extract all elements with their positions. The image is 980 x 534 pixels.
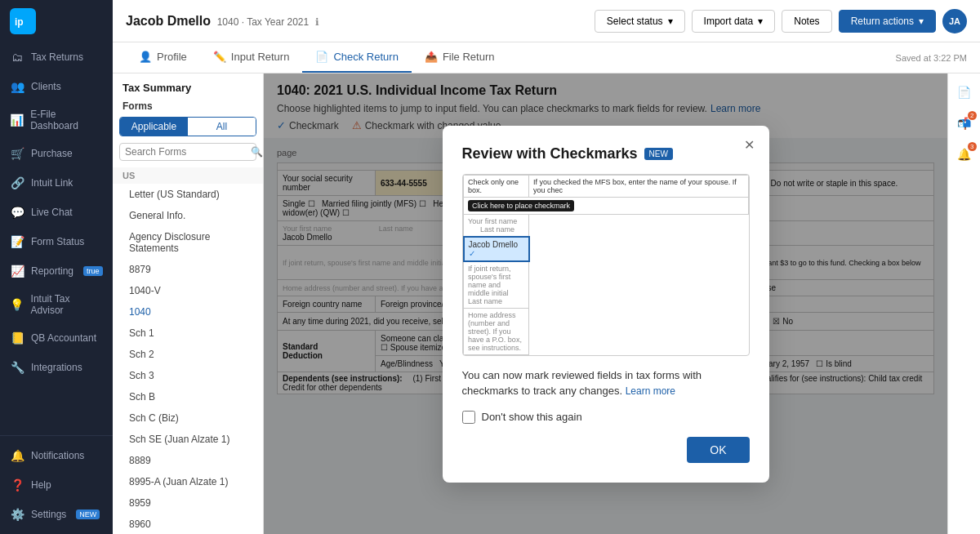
tab-label: Input Return <box>231 51 290 63</box>
form-item-general-info[interactable]: General Info. <box>113 205 263 226</box>
forms-panel: Tax Summary Forms Applicable All 🔍 US <box>113 73 264 534</box>
right-icon-mail[interactable]: 📬 2 <box>952 111 977 136</box>
form-item-label: Letter (US Standard) <box>129 189 220 200</box>
search-forms-input[interactable] <box>125 146 247 158</box>
select-status-button[interactable]: Select status ▾ <box>595 10 685 33</box>
chevron-down-icon: ▾ <box>919 16 924 27</box>
modal-close-button[interactable]: ✕ <box>740 136 760 155</box>
sidebar: ip 🗂 Tax Returns 👥 Clients 📊 E-File Dash… <box>0 0 113 534</box>
form-item-label: Sch B <box>129 391 155 403</box>
table-row: Jacob Dmello ✓ <box>464 237 749 261</box>
form-item-sch1[interactable]: Sch 1 <box>113 323 263 344</box>
sidebar-item-help[interactable]: ❓ Help <box>0 470 113 500</box>
joint-label-cell: If joint return, spouse's first name and… <box>464 261 529 309</box>
input-return-tab-icon: ✏️ <box>213 51 226 63</box>
form-item-schb[interactable]: Sch B <box>113 386 263 407</box>
table-row: Check only one box. If you checked the M… <box>464 175 749 197</box>
reporting-icon: 📈 <box>10 264 24 278</box>
tab-check-return[interactable]: 📄 Check Return <box>302 42 411 73</box>
sidebar-item-form-status[interactable]: 📝 Form Status <box>0 227 113 256</box>
sidebar-item-live-chat[interactable]: 💬 Live Chat <box>0 198 113 227</box>
qb-icon: 📒 <box>10 331 24 345</box>
notes-button[interactable]: Notes <box>782 10 831 33</box>
info-icon: ℹ <box>315 16 319 28</box>
dont-show-again-label[interactable]: Don't show this again <box>482 411 582 423</box>
modal-footer: OK <box>462 437 750 463</box>
sidebar-item-label: Clients <box>31 81 61 92</box>
tax-advisor-icon: 💡 <box>10 297 24 312</box>
sidebar-item-label: Reporting <box>31 265 74 277</box>
tooltip-cell: Click here to place checkmark <box>464 197 749 214</box>
right-icon-document[interactable]: 📄 <box>952 80 977 105</box>
sidebar-item-efile[interactable]: 📊 E-File Dashboard <box>0 101 113 139</box>
form-item-letter[interactable]: Letter (US Standard) <box>113 184 263 205</box>
preview-cell: If you checked the MFS box, enter the na… <box>529 175 749 197</box>
form-item-sch3[interactable]: Sch 3 <box>113 365 263 386</box>
tab-profile[interactable]: 👤 Profile <box>126 42 200 73</box>
dont-show-again-row: Don't show this again <box>462 411 750 424</box>
search-forms-box[interactable]: 🔍 <box>119 143 256 161</box>
dont-show-again-checkbox[interactable] <box>462 411 475 424</box>
sidebar-item-tax-advisor[interactable]: 💡 Intuit Tax Advisor <box>0 286 113 323</box>
import-data-button[interactable]: Import data ▾ <box>692 10 776 33</box>
modal-ok-button[interactable]: OK <box>687 437 749 463</box>
form-preview: Check only one box. If you checked the M… <box>462 174 750 356</box>
settings-new-badge: NEW <box>76 510 100 519</box>
forms-tab-applicable[interactable]: Applicable <box>120 118 188 136</box>
form-item-1040v[interactable]: 1040-V <box>113 280 263 301</box>
return-actions-button[interactable]: Return actions ▾ <box>839 10 936 33</box>
form-item-8879[interactable]: 8879 <box>113 259 263 280</box>
joint-last-label: Last name <box>468 297 502 305</box>
file-return-tab-icon: 📤 <box>425 51 438 63</box>
tax-year: 1040 · Tax Year 2021 <box>217 16 310 28</box>
form-item-8995a[interactable]: 8995-A (Juan Alzate 1) <box>113 471 263 492</box>
check-return-tab-icon: 📄 <box>315 51 328 63</box>
form-item-8959[interactable]: 8959 <box>113 492 263 514</box>
intuit-link-icon: 🔗 <box>10 176 24 190</box>
header-actions: Select status ▾ Import data ▾ Notes Retu… <box>595 9 967 33</box>
tab-input-return[interactable]: ✏️ Input Return <box>200 42 303 73</box>
form-item-label: 1040-V <box>129 285 161 296</box>
logo-icon: ip <box>10 8 36 34</box>
table-row: If joint return, spouse's first name and… <box>464 261 749 309</box>
import-data-label: Import data <box>704 16 754 27</box>
main-content: Jacob Dmello 1040 · Tax Year 2021 ℹ Sele… <box>113 0 980 534</box>
form-item-schse[interactable]: Sch SE (Juan Alzate 1) <box>113 429 263 450</box>
forms-tab-bar: Applicable All <box>119 117 256 136</box>
forms-tab-all[interactable]: All <box>188 118 256 136</box>
sidebar-item-settings[interactable]: ⚙️ Settings NEW <box>0 500 113 529</box>
sidebar-item-label: E-File Dashboard <box>30 109 103 131</box>
modal-learn-more-link[interactable]: Learn more <box>626 385 675 397</box>
form-item-schc[interactable]: Sch C (Biz) <box>113 407 263 429</box>
name-value-cell: Jacob Dmello ✓ <box>464 237 529 261</box>
sidebar-item-notifications[interactable]: 🔔 Notifications <box>0 441 113 470</box>
form-item-sch2[interactable]: Sch 2 <box>113 344 263 365</box>
form-item-8960[interactable]: 8960 <box>113 514 263 534</box>
header-client-name: Jacob Dmello 1040 · Tax Year 2021 ℹ <box>126 14 319 29</box>
right-icons-panel: 📄 📬 2 🔔 3 <box>947 73 980 534</box>
home-address-label: Home address (number and street). If you… <box>468 311 522 352</box>
sidebar-item-tax-returns[interactable]: 🗂 Tax Returns <box>0 42 113 72</box>
right-icon-notifications[interactable]: 🔔 3 <box>952 142 977 167</box>
modal-body: You can now mark reviewed fields in tax … <box>462 367 750 399</box>
sidebar-item-purchase[interactable]: 🛒 Purchase <box>0 139 113 168</box>
sidebar-item-clients[interactable]: 👥 Clients <box>0 72 113 101</box>
form-item-1040[interactable]: 1040 <box>113 301 263 323</box>
modal-overlay[interactable]: ✕ Review with Checkmarks NEW Check only … <box>264 73 947 534</box>
table-row: Your first name Last name <box>464 214 749 237</box>
form-item-8889[interactable]: 8889 <box>113 450 263 471</box>
forms-list: US Letter (US Standard) General Info. Ag… <box>113 167 263 534</box>
form-item-label: 8995-A (Juan Alzate 1) <box>129 476 228 487</box>
form-item-label: Agency Disclosure Statements <box>129 231 210 254</box>
efile-icon: 📊 <box>10 113 24 127</box>
notes-label: Notes <box>794 16 819 27</box>
sidebar-item-intuit-link[interactable]: 🔗 Intuit Link <box>0 168 113 198</box>
sidebar-item-qb-accountant[interactable]: 📒 QB Accountant <box>0 323 113 353</box>
sidebar-item-reporting[interactable]: 📈 Reporting true <box>0 256 113 286</box>
saved-time: Saved at 3:22 PM <box>896 53 967 63</box>
form-item-agency-disclosure[interactable]: Agency Disclosure Statements <box>113 226 263 259</box>
sidebar-item-integrations[interactable]: 🔧 Integrations <box>0 353 113 382</box>
form-item-label: 1040 <box>129 306 151 318</box>
mail-badge: 2 <box>968 111 976 120</box>
tab-file-return[interactable]: 📤 File Return <box>412 42 508 73</box>
